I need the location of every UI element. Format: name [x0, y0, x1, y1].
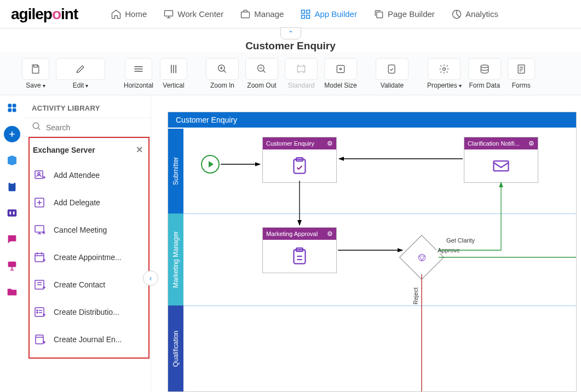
svg-rect-1: [241, 11, 250, 18]
search-input[interactable]: [46, 123, 143, 132]
standard-button[interactable]: [285, 58, 318, 80]
start-node[interactable]: [201, 155, 220, 174]
rail-clipboard-icon[interactable]: [4, 178, 20, 195]
screen-x-icon: [33, 223, 47, 237]
flow-area: Customer Enquiry⚙ Clarification Notifi..…: [183, 129, 576, 391]
nav-work-center[interactable]: Work Center: [163, 9, 223, 20]
nav-app-builder[interactable]: App Builder: [300, 9, 357, 20]
edit-button[interactable]: [56, 58, 105, 80]
lane-submitter[interactable]: Submitter: [168, 129, 183, 214]
monitor-icon: [163, 9, 174, 20]
validate-label: Validate: [381, 82, 404, 89]
activity-label: Create Journal En...: [54, 335, 122, 344]
activity-create-journal[interactable]: Create Journal En...: [30, 326, 148, 353]
nav-home[interactable]: Home: [111, 9, 147, 20]
search-icon: [32, 122, 42, 133]
close-icon[interactable]: ✕: [136, 145, 143, 155]
page-title: Customer Enquiry: [245, 40, 336, 52]
zoom-in-button[interactable]: [206, 58, 239, 80]
zoom-out-button[interactable]: [245, 58, 278, 80]
canvas[interactable]: Customer Enquiry Submitter Marketing Man…: [168, 112, 577, 392]
canvas-title: Customer Enquiry: [168, 112, 576, 128]
chevron-left-icon: ‹: [149, 274, 152, 283]
nav-analytics[interactable]: Analytics: [451, 9, 498, 20]
rail-folder-icon[interactable]: [4, 284, 20, 300]
panel-collapse-button[interactable]: ‹: [143, 270, 158, 286]
activity-add-attendee[interactable]: Add Attendee: [30, 162, 148, 189]
lane-qualification[interactable]: Qualification: [168, 305, 183, 391]
activity-label: Cancel Meeting: [54, 226, 107, 234]
panel-search: [24, 118, 151, 137]
contact-plus-icon: [33, 278, 47, 292]
svg-rect-11: [297, 66, 304, 72]
svg-rect-21: [13, 108, 16, 112]
svg-rect-12: [337, 65, 344, 72]
svg-rect-24: [8, 210, 17, 217]
save-label: Save▾: [26, 82, 45, 89]
edge-approve: Approve: [436, 247, 461, 253]
horizontal-label: Horizontal: [124, 82, 153, 89]
play-icon: [209, 161, 214, 168]
edit-label: Edit▾: [73, 82, 89, 89]
svg-rect-8: [34, 65, 38, 67]
nav-work-center-label: Work Center: [177, 9, 223, 19]
list-plus-icon: [33, 305, 47, 319]
activity-label: Create Contact: [54, 280, 105, 289]
edge-reject: Reject: [411, 287, 420, 304]
activity-create-appointment[interactable]: Create Appointme...: [30, 244, 148, 271]
left-rail: [0, 95, 24, 392]
collapse-top-button[interactable]: ⌃: [280, 27, 301, 39]
lane-marketing[interactable]: Marketing Manager: [168, 214, 183, 305]
nav-app-builder-label: App Builder: [314, 9, 357, 19]
zoom-out-label: Zoom Out: [247, 82, 276, 89]
grid-icon: [300, 9, 311, 20]
horizontal-button[interactable]: [125, 58, 152, 80]
properties-button[interactable]: [428, 58, 461, 80]
form-data-button[interactable]: [468, 58, 501, 80]
activity-create-distribution[interactable]: Create Distributio...: [30, 298, 148, 326]
briefcase-icon: [240, 9, 251, 20]
chevron-down-icon: ▾: [43, 83, 45, 89]
svg-rect-0: [165, 10, 173, 16]
group-header[interactable]: Exchange Server ✕: [30, 138, 148, 162]
activity-create-contact[interactable]: Create Contact: [30, 271, 148, 298]
main: ACTIVITY LIBRARY Exchange Server ✕ Add A…: [0, 95, 581, 392]
task-marketing-approval[interactable]: Marketing Approval⚙: [262, 227, 337, 273]
clipboard-icon: [263, 240, 336, 273]
gear-icon[interactable]: ⚙: [327, 140, 333, 147]
model-size-button[interactable]: [324, 58, 357, 80]
nav-manage[interactable]: Manage: [240, 9, 284, 20]
rail-chat-icon[interactable]: [4, 231, 20, 247]
gear-icon[interactable]: ⚙: [528, 140, 534, 147]
panel-title: ACTIVITY LIBRARY: [24, 95, 151, 118]
model-size-label: Model Size: [324, 82, 356, 89]
activity-cancel-meeting[interactable]: Cancel Meeting: [30, 216, 148, 244]
svg-rect-22: [9, 183, 16, 192]
svg-rect-20: [8, 108, 12, 112]
nav-page-builder[interactable]: Page Builder: [373, 9, 435, 20]
save-button[interactable]: [22, 58, 49, 80]
rail-intuit-icon[interactable]: [4, 205, 20, 221]
validate-button[interactable]: [376, 58, 409, 80]
envelope-icon: [464, 149, 538, 182]
branch-icon: ⎊: [406, 242, 437, 273]
activity-add-delegate[interactable]: Add Delegate: [30, 189, 148, 216]
task-title: Marketing Approval: [266, 230, 318, 237]
rail-present-icon[interactable]: [4, 257, 20, 274]
rail-add-button[interactable]: [4, 126, 20, 142]
forms-button[interactable]: [508, 58, 535, 80]
task-customer-enquiry[interactable]: Customer Enquiry⚙: [262, 137, 337, 183]
activity-label: Add Attendee: [54, 171, 100, 180]
clipboard-check-icon: [263, 149, 336, 182]
nav-items: Home Work Center Manage App Builder Page…: [111, 9, 498, 20]
rail-exchange-icon[interactable]: [4, 152, 20, 169]
swim-lanes: Submitter Marketing Manager Qualificatio…: [168, 129, 183, 391]
title-row: ⌃ Customer Enquiry: [0, 28, 581, 53]
vertical-button[interactable]: [160, 58, 187, 80]
rail-apps-icon[interactable]: [4, 100, 20, 116]
nav-page-builder-label: Page Builder: [388, 9, 435, 19]
task-clarification[interactable]: Clarification Notifi...⚙: [464, 137, 538, 183]
gear-icon[interactable]: ⚙: [327, 230, 333, 238]
decision-node[interactable]: ⎊: [399, 235, 444, 280]
activity-label: Add Delegate: [54, 198, 100, 207]
